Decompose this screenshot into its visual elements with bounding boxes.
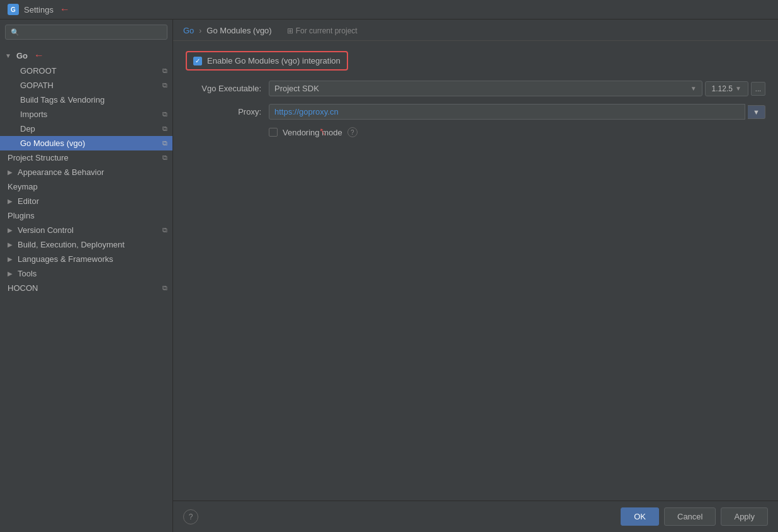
- ok-button[interactable]: OK: [621, 507, 659, 526]
- dropdown-arrow-icon: ▼: [691, 85, 697, 92]
- vgo-executable-row: Vgo Executable: Project SDK ▼ 1.12.5 ▼ .…: [186, 81, 765, 96]
- vendoring-help-icon[interactable]: ?: [347, 127, 358, 137]
- sidebar-item-label: Project Structure: [8, 153, 69, 162]
- sidebar-item-label: Go Modules (vgo): [20, 139, 85, 148]
- sidebar-tree: ▼ Go ← GOROOT ⧉ GOPATH ⧉ Build Tags & Ve…: [0, 45, 172, 532]
- help-button[interactable]: ?: [183, 509, 198, 524]
- sidebar-item-label: Keymap: [8, 182, 38, 191]
- sidebar-item-gopath[interactable]: GOPATH ⧉: [0, 78, 172, 93]
- version-dropdown-arrow: ▼: [735, 85, 741, 92]
- search-input[interactable]: [23, 28, 162, 37]
- search-box[interactable]: 🔍: [5, 25, 167, 40]
- version-value: 1.12.5: [712, 84, 733, 93]
- breadcrumb-bar: Go › Go Modules (vgo) ⊞ For current proj…: [173, 20, 778, 41]
- expand-arrow-build: ▶: [8, 241, 13, 248]
- enable-modules-row: ✓ Enable Go Modules (vgo) integration: [186, 51, 348, 71]
- sidebar-item-label: Dep: [20, 124, 35, 133]
- expand-arrow-lang: ▶: [8, 256, 13, 263]
- sidebar-item-editor[interactable]: ▶ Editor: [0, 194, 172, 208]
- vgo-executable-label: Vgo Executable:: [186, 84, 261, 93]
- enable-modules-checkbox[interactable]: ✓: [193, 57, 202, 65]
- copy-icon: ⧉: [162, 125, 167, 133]
- sidebar-item-label: Build Tags & Vendoring: [20, 95, 104, 105]
- settings-content: ✓ Enable Go Modules (vgo) integration Vg…: [173, 41, 778, 501]
- bottom-left-area: ?: [183, 509, 198, 524]
- sidebar-item-label: Tools: [18, 269, 37, 278]
- proxy-label: Proxy:: [186, 107, 261, 116]
- app-icon: G: [8, 4, 19, 15]
- apply-button[interactable]: Apply: [721, 507, 768, 526]
- bottom-buttons: OK Cancel Apply: [621, 507, 768, 526]
- breadcrumb-separator: ›: [199, 26, 201, 35]
- breadcrumb-parent[interactable]: Go: [183, 26, 194, 35]
- title-arrow-annotation: ←: [60, 4, 70, 15]
- sidebar-item-go[interactable]: ▼ Go ←: [0, 47, 172, 64]
- cancel-button[interactable]: Cancel: [664, 507, 716, 526]
- expand-arrow-tools: ▶: [8, 270, 13, 277]
- sidebar-item-version-control[interactable]: ▶ Version Control ⧉: [0, 223, 172, 237]
- breadcrumb-project-info: ⊞ For current project: [287, 26, 358, 35]
- expand-button[interactable]: ...: [751, 82, 765, 96]
- sidebar-item-label: Appearance & Behavior: [18, 167, 104, 177]
- vgo-executable-controls: Project SDK ▼ 1.12.5 ▼ ...: [269, 81, 765, 96]
- content-area: Go › Go Modules (vgo) ⊞ For current proj…: [173, 20, 778, 532]
- proxy-row: Proxy: https://goproxy.cn ▼ ↑: [186, 104, 765, 120]
- sidebar-item-label: Build, Execution, Deployment: [18, 240, 125, 249]
- breadcrumb-project-label: For current project: [296, 26, 358, 35]
- expand-arrow-vc: ▶: [8, 227, 13, 234]
- sidebar-item-label: GOPATH: [20, 81, 54, 90]
- expand-arrow-appearance: ▶: [8, 169, 13, 176]
- sidebar-item-build-tags[interactable]: Build Tags & Vendoring: [0, 93, 172, 107]
- sidebar-item-label: GOROOT: [20, 66, 57, 76]
- bottom-bar: ? OK Cancel Apply: [173, 501, 778, 532]
- copy-icon: ⧉: [162, 81, 167, 89]
- sidebar-item-go-modules[interactable]: → Go Modules (vgo) ⧉: [0, 136, 172, 150]
- project-icon: ⊞: [287, 26, 293, 35]
- version-badge: 1.12.5 ▼: [705, 81, 748, 96]
- copy-icon: ⧉: [162, 154, 167, 162]
- vgo-executable-value: Project SDK: [274, 84, 319, 93]
- sidebar: 🔍 ▼ Go ← GOROOT ⧉ GOPATH ⧉ Buil: [0, 20, 173, 532]
- sidebar-item-tools[interactable]: ▶ Tools: [0, 266, 172, 281]
- vendoring-checkbox[interactable]: [269, 128, 278, 137]
- main-layout: 🔍 ▼ Go ← GOROOT ⧉ GOPATH ⧉ Buil: [0, 20, 778, 532]
- breadcrumb-current: Go Modules (vgo): [206, 26, 271, 35]
- sidebar-item-label: Plugins: [8, 211, 35, 220]
- expand-arrow-go: ▼: [5, 52, 11, 59]
- title-bar: G Settings ←: [0, 0, 778, 20]
- sidebar-item-label: Go: [16, 51, 28, 60]
- sidebar-item-imports[interactable]: Imports ⧉: [0, 107, 172, 122]
- sidebar-item-plugins[interactable]: Plugins: [0, 208, 172, 223]
- sidebar-item-build-exec[interactable]: ▶ Build, Execution, Deployment: [0, 237, 172, 252]
- proxy-dropdown-button[interactable]: ▼: [748, 105, 765, 119]
- copy-icon: ⧉: [162, 67, 167, 75]
- proxy-controls: https://goproxy.cn ▼ ↑: [269, 104, 765, 120]
- search-icon: 🔍: [11, 28, 20, 37]
- copy-icon: ⧉: [162, 139, 167, 147]
- expand-arrow-editor: ▶: [8, 198, 13, 205]
- sidebar-item-hocon[interactable]: HOCON ⧉: [0, 281, 172, 295]
- enable-modules-label: Enable Go Modules (vgo) integration: [207, 56, 341, 65]
- proxy-value: https://goproxy.cn: [274, 107, 339, 116]
- sidebar-item-label: Version Control: [18, 225, 74, 235]
- copy-icon: ⧉: [162, 284, 167, 292]
- sidebar-item-label: Imports: [20, 110, 47, 119]
- vendoring-label: Vendoring mode: [283, 128, 342, 137]
- sidebar-item-languages[interactable]: ▶ Languages & Frameworks: [0, 252, 172, 266]
- sidebar-item-project-structure[interactable]: Project Structure ⧉: [0, 150, 172, 165]
- vendoring-row: Vendoring mode ?: [269, 127, 765, 137]
- sidebar-item-label: HOCON: [8, 283, 38, 293]
- sidebar-item-goroot[interactable]: GOROOT ⧉: [0, 64, 172, 78]
- sidebar-item-keymap[interactable]: Keymap: [0, 179, 172, 194]
- sidebar-item-dep[interactable]: Dep ⧉: [0, 122, 172, 136]
- copy-icon: ⧉: [162, 110, 167, 118]
- proxy-input[interactable]: https://goproxy.cn: [269, 104, 745, 120]
- copy-icon: ⧉: [162, 226, 167, 234]
- sidebar-item-label: Editor: [18, 196, 39, 206]
- vgo-executable-dropdown[interactable]: Project SDK ▼: [269, 81, 702, 96]
- window-title: Settings: [24, 5, 54, 14]
- sidebar-item-appearance[interactable]: ▶ Appearance & Behavior: [0, 165, 172, 179]
- sidebar-item-label: Languages & Frameworks: [18, 254, 113, 264]
- go-red-arrow: ←: [34, 50, 44, 61]
